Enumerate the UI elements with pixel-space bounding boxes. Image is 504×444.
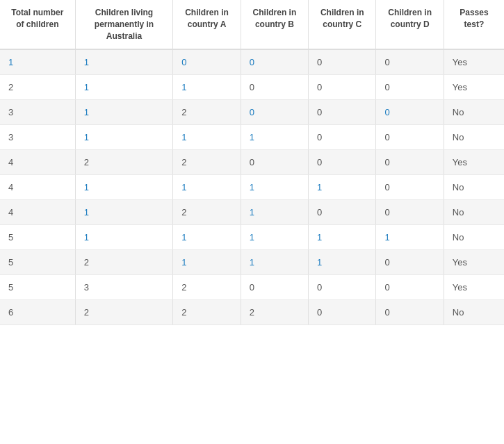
- table-cell: 0: [309, 275, 376, 300]
- table-cell: 1: [173, 125, 241, 150]
- table-cell: 1: [376, 225, 444, 250]
- table-cell: 4: [0, 175, 75, 200]
- col-header-countryA: Children in country A: [173, 0, 241, 49]
- table-row: 521110Yes: [0, 250, 504, 275]
- table-cell: 0: [241, 100, 308, 125]
- table-cell: 0: [376, 125, 444, 150]
- table-cell: Yes: [444, 150, 504, 175]
- table-cell: 2: [75, 150, 173, 175]
- table-cell: 1: [173, 225, 241, 250]
- table-cell: 0: [376, 300, 444, 325]
- table-cell: Yes: [444, 75, 504, 100]
- table-cell: 1: [75, 175, 173, 200]
- table-cell: 0: [376, 200, 444, 225]
- table-row: 532000Yes: [0, 275, 504, 300]
- data-table: Total number of childrenChildren living …: [0, 0, 504, 325]
- table-row: 622200No: [0, 300, 504, 325]
- table-cell: 0: [309, 300, 376, 325]
- table-row: 211000Yes: [0, 75, 504, 100]
- table-cell: 2: [173, 150, 241, 175]
- table-cell: 2: [173, 100, 241, 125]
- table-cell: No: [444, 300, 504, 325]
- table-cell: No: [444, 225, 504, 250]
- table-cell: Yes: [444, 275, 504, 300]
- table-cell: 1: [75, 200, 173, 225]
- table-cell: 3: [0, 125, 75, 150]
- table-cell: 0: [309, 100, 376, 125]
- table-cell: 0: [376, 49, 444, 75]
- table-cell: 0: [376, 275, 444, 300]
- table-cell: 3: [75, 275, 173, 300]
- table-cell: 1: [75, 225, 173, 250]
- table-cell: 0: [376, 100, 444, 125]
- table-cell: 1: [309, 250, 376, 275]
- table-cell: 1: [241, 200, 308, 225]
- table-cell: 1: [173, 250, 241, 275]
- table-cell: 1: [173, 75, 241, 100]
- table-cell: 1: [241, 125, 308, 150]
- table-cell: 0: [173, 49, 241, 75]
- table-cell: 1: [309, 225, 376, 250]
- table-cell: 0: [241, 49, 308, 75]
- table-cell: 4: [0, 200, 75, 225]
- table-cell: 1: [241, 250, 308, 275]
- table-cell: 4: [0, 150, 75, 175]
- table-row: 411110No: [0, 175, 504, 200]
- col-header-countryC: Children in country C: [309, 0, 376, 49]
- table-cell: 0: [309, 125, 376, 150]
- col-header-countryB: Children in country B: [241, 0, 308, 49]
- col-header-total: Total number of children: [0, 0, 75, 49]
- table-cell: No: [444, 125, 504, 150]
- table-cell: 2: [173, 200, 241, 225]
- table-cell: 1: [75, 49, 173, 75]
- table-row: 412100No: [0, 200, 504, 225]
- table-cell: 0: [241, 150, 308, 175]
- table-cell: 5: [0, 225, 75, 250]
- table-cell: 1: [75, 75, 173, 100]
- table-row: 422000Yes: [0, 150, 504, 175]
- table-cell: 0: [376, 150, 444, 175]
- col-header-passes: Passes test?: [444, 0, 504, 49]
- table-cell: 1: [173, 175, 241, 200]
- table-cell: 0: [376, 175, 444, 200]
- table-cell: 0: [309, 150, 376, 175]
- table-cell: 2: [241, 300, 308, 325]
- table-cell: 1: [309, 175, 376, 200]
- table-cell: 2: [75, 300, 173, 325]
- table-cell: 1: [75, 125, 173, 150]
- table-cell: 2: [0, 75, 75, 100]
- table-row: 311100No: [0, 125, 504, 150]
- table-cell: No: [444, 200, 504, 225]
- table-cell: 2: [173, 300, 241, 325]
- table-cell: 0: [309, 49, 376, 75]
- col-header-aus: Children living permanently in Australia: [75, 0, 173, 49]
- table-cell: 2: [75, 250, 173, 275]
- table-cell: No: [444, 175, 504, 200]
- table-cell: No: [444, 100, 504, 125]
- table-row: 312000No: [0, 100, 504, 125]
- table-cell: 0: [309, 200, 376, 225]
- table-cell: 1: [0, 49, 75, 75]
- table-cell: 5: [0, 275, 75, 300]
- table-row: 511111No: [0, 225, 504, 250]
- table-cell: 0: [241, 275, 308, 300]
- table-cell: 0: [309, 75, 376, 100]
- table-cell: 1: [241, 175, 308, 200]
- table-cell: 2: [173, 275, 241, 300]
- col-header-countryD: Children in country D: [376, 0, 444, 49]
- table-cell: 0: [376, 75, 444, 100]
- table-cell: 1: [241, 225, 308, 250]
- table-cell: 3: [0, 100, 75, 125]
- table-cell: 5: [0, 250, 75, 275]
- table-cell: Yes: [444, 49, 504, 75]
- table-cell: 6: [0, 300, 75, 325]
- table-row: 110000Yes: [0, 49, 504, 75]
- table-cell: 0: [241, 75, 308, 100]
- table-cell: Yes: [444, 250, 504, 275]
- table-cell: 1: [75, 100, 173, 125]
- table-cell: 0: [376, 250, 444, 275]
